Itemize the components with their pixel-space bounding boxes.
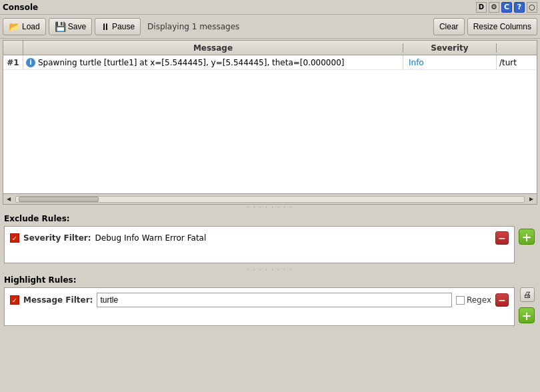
- pause-label: Pause: [112, 22, 135, 31]
- row-message: i Spawning turtle [turtle1] at x=[5.5444…: [23, 55, 403, 69]
- row-message-text: Spawning turtle [turtle1] at x=[5.544445…: [38, 58, 344, 67]
- filter-tag-warn[interactable]: Warn: [142, 233, 163, 243]
- highlight-add-button[interactable]: +: [519, 307, 535, 323]
- console-window: Console D ⚙ C ? ○ 📂 Load 💾 Save ⏸ Pause …: [0, 0, 540, 392]
- exclude-checkbox[interactable]: [10, 233, 19, 243]
- highlight-rules-section: Highlight Rules: Message Filter: Regex −…: [0, 273, 540, 329]
- message-filter-input[interactable]: [97, 293, 452, 307]
- gear-icon[interactable]: ⚙: [489, 2, 499, 13]
- help-icon[interactable]: ?: [514, 2, 525, 13]
- filter-tags: Debug Info Warn Error Fatal: [95, 233, 491, 243]
- regex-checkbox[interactable]: [456, 296, 465, 305]
- toolbar-right: Clear Resize Columns: [433, 18, 537, 35]
- highlight-remove-button[interactable]: −: [495, 293, 509, 307]
- resize-columns-label: Resize Columns: [473, 22, 531, 31]
- table-row[interactable]: #1 i Spawning turtle [turtle1] at x=[5.5…: [3, 55, 537, 70]
- load-label: Load: [22, 22, 40, 31]
- row-num: #1: [3, 55, 23, 69]
- clear-label: Clear: [439, 22, 459, 31]
- resize-handle-1[interactable]: · · · · · · · ·: [0, 205, 540, 210]
- exclude-rules-wrapper: Severity Filter: Debug Info Warn Error F…: [4, 226, 515, 263]
- load-button[interactable]: 📂 Load: [3, 18, 46, 35]
- scroll-left-arrow[interactable]: ◀: [3, 195, 14, 204]
- regex-label-text: Regex: [467, 295, 491, 305]
- pause-button[interactable]: ⏸ Pause: [95, 18, 141, 35]
- filter-tag-debug[interactable]: Debug: [95, 233, 121, 243]
- scrollbar-track[interactable]: [15, 196, 525, 203]
- title-bar-icons: D ⚙ C ? ○: [476, 2, 537, 13]
- resize-handle-2[interactable]: · · · · · · · ·: [0, 267, 540, 273]
- load-icon: 📂: [9, 21, 20, 32]
- exclude-rule-row: Severity Filter: Debug Info Warn Error F…: [7, 229, 511, 247]
- scroll-right-arrow[interactable]: ▶: [526, 195, 537, 204]
- displaying-text: Displaying 1 messages: [147, 22, 239, 31]
- exclude-remove-button[interactable]: −: [495, 231, 509, 245]
- col-header-num: [3, 41, 23, 55]
- divider-dots: · · · · · · · ·: [247, 205, 293, 211]
- filter-tag-info[interactable]: Info: [124, 233, 139, 243]
- exclude-filter-label: Severity Filter:: [23, 233, 91, 243]
- exclude-add-button[interactable]: +: [519, 229, 535, 245]
- divider-dots-2: · · · · · · · ·: [247, 267, 293, 273]
- row-severity: Info: [403, 55, 497, 69]
- horizontal-scrollbar[interactable]: ◀ ▶: [3, 194, 537, 205]
- highlight-rule-row: Message Filter: Regex −: [7, 291, 511, 309]
- pause-icon: ⏸: [101, 21, 110, 32]
- clear-button[interactable]: Clear: [433, 18, 465, 35]
- save-label: Save: [68, 22, 86, 31]
- regex-label: Regex: [456, 295, 491, 305]
- filter-tag-error[interactable]: Error: [165, 233, 185, 243]
- exclude-section: Exclude Rules: Severity Filter: Debug In…: [0, 211, 540, 266]
- exclude-rules-section: Exclude Rules: Severity Filter: Debug In…: [0, 210, 540, 267]
- highlight-side-buttons: 🖨: [520, 287, 535, 302]
- highlight-checkbox[interactable]: [10, 295, 19, 305]
- col-header-message: Message: [23, 43, 403, 53]
- table-container: Message Severity #1 i Spawning turtle [t…: [3, 40, 537, 194]
- print-button[interactable]: 🖨: [520, 287, 535, 302]
- row-node: /turt: [497, 55, 537, 69]
- highlight-filter-label: Message Filter:: [23, 295, 93, 305]
- table-header: Message Severity: [3, 41, 537, 55]
- toolbar: 📂 Load 💾 Save ⏸ Pause Displaying 1 messa…: [0, 15, 540, 39]
- highlight-rules-title: Highlight Rules:: [4, 275, 536, 285]
- title-bar: Console D ⚙ C ? ○: [0, 0, 540, 15]
- highlight-rules-empty: [7, 309, 511, 323]
- close-icon[interactable]: ○: [527, 2, 537, 13]
- highlight-rules-box: Message Filter: Regex −: [4, 287, 515, 326]
- highlight-rules-wrapper: Message Filter: Regex − 🖨 +: [4, 287, 515, 326]
- resize-columns-button[interactable]: Resize Columns: [467, 18, 537, 35]
- icon-d[interactable]: D: [476, 2, 487, 13]
- scrollbar-thumb[interactable]: [19, 197, 99, 202]
- info-icon: i: [26, 58, 35, 67]
- table-empty-area: [3, 70, 537, 193]
- icon-c[interactable]: C: [501, 2, 512, 13]
- save-button[interactable]: 💾 Save: [49, 18, 92, 35]
- exclude-rules-empty: [7, 247, 511, 260]
- exclude-rules-box: Severity Filter: Debug Info Warn Error F…: [4, 226, 515, 263]
- col-header-severity: Severity: [403, 43, 497, 53]
- window-title: Console: [3, 3, 38, 12]
- filter-tag-fatal[interactable]: Fatal: [187, 233, 207, 243]
- save-icon: 💾: [55, 21, 66, 32]
- exclude-rules-title: Exclude Rules:: [4, 214, 536, 223]
